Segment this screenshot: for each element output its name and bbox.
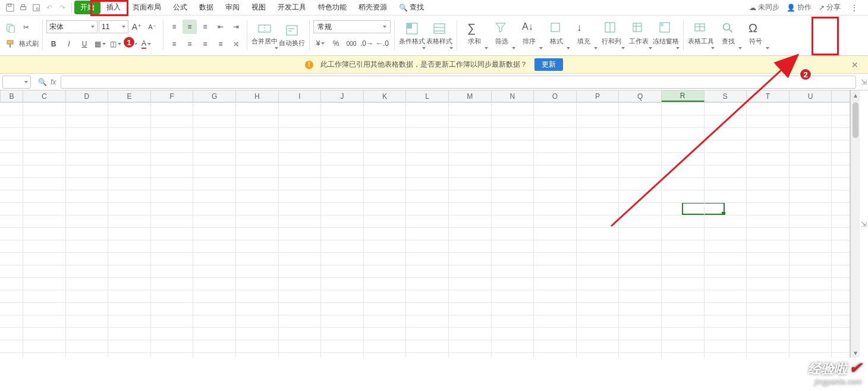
column-header[interactable]: G: [193, 90, 236, 102]
column-header[interactable]: N: [492, 90, 534, 102]
tab-feature[interactable]: 特色功能: [312, 1, 353, 14]
tab-start[interactable]: 开始: [74, 1, 100, 14]
column-header[interactable]: F: [151, 90, 194, 102]
vertical-scrollbar[interactable]: ▴ ▾: [850, 90, 860, 358]
format-painter-icon[interactable]: [4, 37, 18, 51]
column-header[interactable]: D: [66, 90, 109, 102]
column-header[interactable]: H: [236, 90, 279, 102]
update-button[interactable]: 更新: [534, 58, 563, 71]
column-header[interactable]: B: [1, 90, 23, 102]
align-left-icon[interactable]: ≡: [167, 37, 181, 51]
merge-center-button[interactable]: 合并居中: [251, 18, 278, 54]
comma-icon[interactable]: 000: [344, 36, 358, 51]
scroll-thumb[interactable]: [853, 102, 858, 138]
orientation-icon[interactable]: ⤭: [229, 37, 243, 51]
increase-decimal-icon[interactable]: .0→: [360, 36, 374, 51]
tab-view[interactable]: 视图: [246, 1, 272, 14]
tab-resource[interactable]: 稻壳资源: [353, 1, 393, 14]
table-style-button[interactable]: 表格样式: [426, 18, 453, 54]
indent-increase-icon[interactable]: ⇥: [229, 20, 243, 34]
redo-icon[interactable]: ↷: [56, 1, 69, 14]
zoom-icon[interactable]: 🔍: [38, 78, 47, 86]
tab-formula[interactable]: 公式: [167, 1, 193, 14]
font-color-button[interactable]: A: [139, 37, 153, 51]
tab-dev[interactable]: 开发工具: [272, 1, 312, 14]
tab-review[interactable]: 审阅: [219, 1, 246, 14]
more-icon[interactable]: ⋮: [848, 1, 861, 14]
column-header[interactable]: M: [449, 90, 492, 102]
scroll-up-icon[interactable]: ▴: [851, 90, 860, 100]
share-button[interactable]: ↗ 分享: [819, 2, 841, 12]
tab-find[interactable]: 🔍 查找: [393, 1, 430, 14]
undo-icon[interactable]: ↶: [43, 1, 56, 14]
column-header[interactable]: L: [406, 90, 449, 102]
formula-input[interactable]: [61, 76, 856, 89]
bold-button[interactable]: B: [46, 37, 61, 51]
side-panel-handle[interactable]: ⇲: [860, 90, 868, 358]
percent-icon[interactable]: %: [329, 36, 343, 51]
decrease-font-icon[interactable]: A⁻: [145, 20, 159, 34]
sort-button[interactable]: A↓排序: [515, 18, 543, 54]
print-icon[interactable]: [17, 1, 30, 14]
column-header[interactable]: T: [747, 90, 790, 102]
filter-button[interactable]: 筛选: [488, 18, 515, 54]
underline-button[interactable]: U: [77, 37, 92, 51]
save-icon[interactable]: [4, 1, 17, 14]
column-header[interactable]: J: [321, 90, 364, 102]
column-header[interactable]: S: [705, 90, 747, 102]
cut-icon[interactable]: ✂: [19, 20, 33, 35]
worksheet-button[interactable]: 工作表: [625, 18, 652, 54]
border-style-button[interactable]: ◫: [108, 37, 122, 51]
border-button[interactable]: ▦: [93, 37, 107, 51]
sync-status[interactable]: ☁ 未同步: [749, 2, 779, 12]
column-header[interactable]: E: [108, 90, 151, 102]
format-button[interactable]: 格式: [543, 18, 570, 54]
column-header[interactable]: C: [23, 90, 66, 102]
tab-data[interactable]: 数据: [193, 1, 219, 14]
expand-handle[interactable]: ⇲: [860, 78, 868, 86]
sum-button[interactable]: ∑求和: [461, 18, 488, 54]
rowcol-button[interactable]: 行和列: [597, 18, 625, 54]
column-header[interactable]: O: [534, 90, 577, 102]
increase-font-icon[interactable]: A⁺: [130, 20, 144, 34]
close-icon[interactable]: ✕: [851, 60, 858, 70]
table-tools-button[interactable]: 表格工具: [687, 18, 715, 54]
preview-icon[interactable]: [30, 1, 43, 14]
font-size-combo[interactable]: 11: [99, 20, 128, 33]
find-button[interactable]: 查找: [715, 18, 742, 54]
fill-color-button[interactable]: A: [124, 37, 138, 51]
column-header[interactable]: P: [577, 90, 619, 102]
align-justify-icon[interactable]: ≡: [213, 37, 228, 51]
column-header[interactable]: R: [662, 90, 705, 102]
wrap-text-button[interactable]: 自动换行: [278, 18, 306, 54]
paste-icon[interactable]: [4, 20, 18, 35]
column-header[interactable]: I: [279, 90, 322, 102]
align-bottom-icon[interactable]: ≡: [198, 20, 212, 34]
currency-icon[interactable]: ¥: [313, 36, 328, 51]
freeze-panes-button[interactable]: 冻结窗格: [652, 18, 680, 54]
collab-button[interactable]: 👤 协作: [787, 2, 812, 12]
align-middle-icon[interactable]: ≡: [183, 20, 197, 34]
number-format-combo[interactable]: 常规: [313, 20, 391, 33]
column-header[interactable]: U: [790, 90, 832, 102]
align-center-icon[interactable]: ≡: [183, 37, 197, 51]
fx-icon[interactable]: fx: [51, 78, 56, 86]
active-cell[interactable]: [682, 202, 725, 215]
grid[interactable]: BCDEFGHIJKLMNOPQRSTU: [0, 90, 850, 358]
cells-area[interactable]: [0, 102, 850, 358]
fill-button[interactable]: ↓填充: [570, 18, 597, 54]
column-header[interactable]: K: [364, 90, 407, 102]
scroll-down-icon[interactable]: ▾: [851, 348, 860, 358]
indent-decrease-icon[interactable]: ⇤: [213, 20, 228, 34]
name-box[interactable]: [2, 76, 31, 89]
tab-page-layout[interactable]: 页面布局: [127, 1, 167, 14]
tab-insert[interactable]: 插入: [100, 1, 127, 14]
conditional-format-button[interactable]: 条件格式: [398, 18, 426, 54]
decrease-decimal-icon[interactable]: ←.0: [375, 36, 389, 51]
font-name-combo[interactable]: 宋体: [46, 20, 98, 33]
align-right-icon[interactable]: ≡: [198, 37, 212, 51]
align-top-icon[interactable]: ≡: [167, 20, 181, 34]
italic-button[interactable]: I: [62, 37, 76, 51]
symbol-button[interactable]: Ω符号: [742, 18, 769, 54]
column-header[interactable]: Q: [619, 90, 662, 102]
